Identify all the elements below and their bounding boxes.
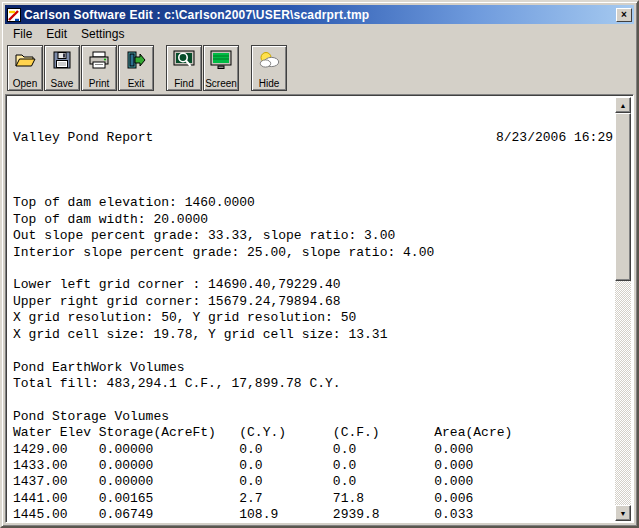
report-line: Upper right grid corner: 15679.24,79894.… [13,294,615,310]
hide-cloud-icon [258,49,280,71]
report-line [13,179,615,195]
report-line: Out slope percent grade: 33.33, slope ra… [13,228,615,244]
find-button[interactable]: Find [166,45,202,91]
find-magnifier-icon [173,49,195,71]
report-text-area[interactable]: Valley Pond Report 8/23/2006 16:29 Top o… [5,94,634,523]
toolbar: Open Save [5,44,634,94]
print-button[interactable]: Print [81,45,117,91]
report-line: Total fill: 483,294.1 C.F., 17,899.78 C.… [13,376,615,392]
screen-button-label: Screen [205,78,237,89]
save-button[interactable]: Save [44,45,80,91]
exit-door-icon [126,49,146,71]
report-content[interactable]: Valley Pond Report 8/23/2006 16:29 Top o… [8,97,615,521]
hide-button[interactable]: Hide [251,45,287,91]
screen-button[interactable]: Screen [203,45,239,91]
report-line: Interior slope percent grade: 25.00, slo… [13,245,615,261]
report-line [13,343,615,359]
report-line: 1441.00 0.00165 2.7 71.8 0.006 [13,491,615,507]
scroll-up-icon: ▲ [620,102,627,109]
scroll-down-button[interactable]: ▼ [615,505,631,521]
hide-button-label: Hide [259,78,280,89]
menu-edit[interactable]: Edit [40,25,75,44]
report-line: 1437.00 0.00000 0.0 0.0 0.000 [13,474,615,490]
scroll-down-icon: ▼ [620,510,627,517]
save-floppy-icon [53,49,71,71]
report-line: Top of dam elevation: 1460.0000 [13,195,615,211]
report-body: Top of dam elevation: 1460.0000Top of da… [13,179,615,521]
printer-icon [88,49,110,71]
window-title: Carlson Software Edit : c:\Carlson2007\U… [24,8,613,22]
open-button-label: Open [13,78,37,89]
report-line: 1433.00 0.00000 0.0 0.0 0.000 [13,458,615,474]
report-line: Top of dam width: 20.0000 [13,212,615,228]
titlebar[interactable]: Carlson Software Edit : c:\Carlson2007\U… [5,5,634,24]
report-line: 1445.00 0.06749 108.9 2939.8 0.033 [13,507,615,521]
report-line: Pond EarthWork Volumes [13,360,615,376]
report-line: Pond Storage Volumes [13,409,615,425]
scroll-up-button[interactable]: ▲ [615,97,631,113]
report-datetime: 8/23/2006 16:29 [496,130,613,146]
menu-settings[interactable]: Settings [75,25,132,44]
report-line: 1429.00 0.00000 0.0 0.0 0.000 [13,442,615,458]
menubar: File Edit Settings [5,24,634,44]
report-title-line: Valley Pond Report 8/23/2006 16:29 [13,130,615,146]
vertical-scrollbar[interactable]: ▲ ▼ [615,97,631,521]
menu-file[interactable]: File [7,25,40,44]
find-button-label: Find [174,78,193,89]
screen-monitor-icon [210,49,232,71]
open-folder-icon [14,49,36,71]
report-line [13,392,615,408]
report-line: Water Elev Storage(AcreFt) (C.Y.) (C.F.)… [13,425,615,441]
save-button-label: Save [51,78,74,89]
scrollbar-thumb[interactable] [615,113,631,281]
report-line: Lower left grid corner : 14690.40,79229.… [13,277,615,293]
app-window: Carlson Software Edit : c:\Carlson2007\U… [0,0,639,528]
report-line: X grid resolution: 50, Y grid resolution… [13,310,615,326]
report-line: X grid cell size: 19.78, Y grid cell siz… [13,327,615,343]
print-button-label: Print [89,78,110,89]
report-line [13,261,615,277]
report-title: Valley Pond Report [13,130,153,146]
exit-button[interactable]: Exit [118,45,154,91]
close-button[interactable]: × [616,8,632,22]
open-button[interactable]: Open [7,45,43,91]
exit-button-label: Exit [128,78,145,89]
app-icon [7,8,21,22]
